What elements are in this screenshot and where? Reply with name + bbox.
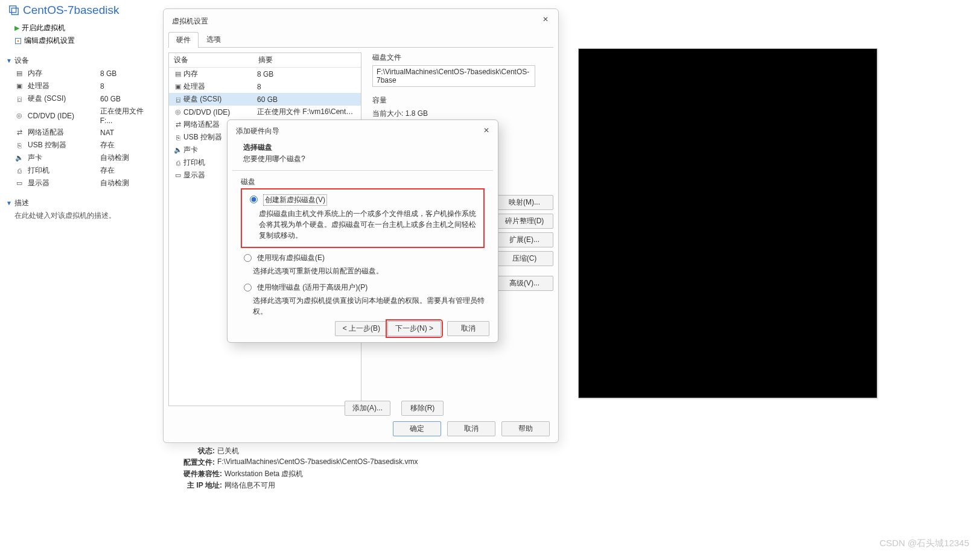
- compat-key: 硬件兼容性:: [175, 469, 222, 479]
- device-value: 8: [100, 82, 104, 91]
- option-existing-disk[interactable]: 使用现有虚拟磁盘(E): [241, 252, 485, 264]
- hardware-row-mem[interactable]: ▤内存8 GB: [169, 68, 361, 80]
- device-row-snd[interactable]: 🔈声卡自动检测: [6, 151, 157, 164]
- col-summary: 摘要: [258, 55, 273, 65]
- net-icon: ⇄: [173, 121, 183, 129]
- svg-point-3: [18, 40, 19, 42]
- device-value: 自动检测: [100, 153, 129, 163]
- hardware-value: 正在使用文件 F:\vm16\CentOS...: [257, 107, 357, 117]
- add-hardware-button[interactable]: 添加(A)...: [345, 401, 390, 416]
- remove-hardware-button[interactable]: 移除(R): [401, 401, 444, 416]
- device-row-prn[interactable]: ⎙打印机存在: [6, 164, 157, 177]
- col-device: 设备: [174, 55, 258, 65]
- device-list: ▤内存8 GB▣处理器8⌼硬盘 (SCSI)60 GB◎CD/DVD (IDE)…: [6, 67, 157, 189]
- device-row-hdd[interactable]: ⌼硬盘 (SCSI)60 GB: [6, 92, 157, 105]
- device-row-mem[interactable]: ▤内存8 GB: [6, 67, 157, 80]
- device-label: 打印机: [28, 165, 100, 176]
- close-button[interactable]: ✕: [479, 124, 494, 137]
- prn-icon: ⎙: [14, 167, 24, 174]
- edit-settings-label: 编辑虚拟机设置: [24, 36, 75, 46]
- device-label: 处理器: [28, 81, 100, 91]
- device-label: 内存: [28, 68, 100, 78]
- device-value: 存在: [100, 165, 115, 176]
- highlight-box: 创建新虚拟磁盘(V) 虚拟磁盘由主机文件系统上的一个或多个文件组成，客户机操作系…: [241, 188, 485, 248]
- disk-group-label: 磁盘: [241, 177, 485, 187]
- device-row-cd[interactable]: ◎CD/DVD (IDE)正在使用文件 F:...: [6, 105, 157, 126]
- cpu-icon: ▣: [173, 83, 183, 91]
- wrench-icon: [14, 37, 22, 45]
- map-button[interactable]: 映射(M)...: [495, 195, 553, 210]
- wizard-title: 添加硬件向导: [236, 127, 279, 135]
- usb-icon: ⎘: [14, 142, 24, 149]
- close-button[interactable]: ✕: [538, 13, 553, 26]
- hardware-value: 8 GB: [257, 70, 357, 78]
- tab-hardware[interactable]: 硬件: [168, 32, 199, 48]
- usb-icon: ⎘: [173, 134, 183, 141]
- device-row-net[interactable]: ⇄网络适配器NAT: [6, 126, 157, 139]
- option-create-new-disk[interactable]: 创建新虚拟磁盘(V): [247, 193, 479, 207]
- disk-file-value[interactable]: F:\VirtualMachines\CentOS-7basedisk\Cent…: [372, 65, 535, 87]
- hdd-icon: ⌼: [173, 96, 183, 103]
- device-label: 声卡: [28, 153, 100, 163]
- mem-icon: ▤: [173, 70, 183, 78]
- option-create-desc: 虚拟磁盘由主机文件系统上的一个或多个文件组成，客户机操作系统会将其视为单个硬盘。…: [247, 207, 479, 246]
- hardware-row-cd[interactable]: ◎CD/DVD (IDE)正在使用文件 F:\vm16\CentOS...: [169, 106, 361, 118]
- vm-status: 状态:已关机 配置文件:F:\VirtualMachines\CentOS-7b…: [175, 445, 418, 491]
- device-row-usb[interactable]: ⎘USB 控制器存在: [6, 139, 157, 151]
- state-value: 已关机: [217, 446, 239, 456]
- edit-settings-action[interactable]: 编辑虚拟机设置: [14, 34, 157, 47]
- radio-existing-disk[interactable]: [244, 254, 252, 262]
- tab-options[interactable]: 选项: [199, 31, 229, 47]
- hdd-icon: ⌼: [14, 95, 24, 103]
- help-button[interactable]: 帮助: [501, 421, 550, 436]
- disp-icon: ▭: [173, 171, 183, 179]
- wizard-heading: 选择磁盘: [243, 142, 482, 153]
- device-row-disp[interactable]: ▭显示器自动检测: [6, 177, 157, 189]
- devices-section-header[interactable]: ▼ 设备: [6, 56, 157, 66]
- hardware-row-hdd[interactable]: ⌼硬盘 (SCSI)60 GB: [169, 93, 361, 106]
- option-physical-disk[interactable]: 使用物理磁盘 (适用于高级用户)(P): [241, 281, 485, 294]
- settings-dialog-title-text: 虚拟机设置: [172, 17, 208, 25]
- radio-physical-disk[interactable]: [244, 284, 252, 291]
- ok-button[interactable]: 确定: [393, 421, 441, 436]
- cpu-icon: ▣: [14, 82, 24, 90]
- device-label: USB 控制器: [28, 140, 100, 150]
- mem-icon: ▤: [14, 69, 24, 77]
- next-button[interactable]: 下一步(N) >: [387, 321, 441, 336]
- option-existing-desc: 选择此选项可重新使用以前配置的磁盘。: [241, 264, 485, 281]
- cancel-button[interactable]: 取消: [447, 421, 495, 436]
- device-label: CD/DVD (IDE): [28, 112, 100, 120]
- defrag-button[interactable]: 碎片整理(D): [495, 214, 553, 229]
- disp-icon: ▭: [14, 179, 24, 187]
- hardware-label: 硬盘 (SCSI): [183, 94, 257, 104]
- hardware-value: 8: [257, 83, 357, 91]
- caret-down-icon: ▼: [6, 200, 12, 206]
- advanced-button[interactable]: 高级(V)...: [495, 276, 553, 291]
- expand-button[interactable]: 扩展(E)...: [495, 232, 553, 247]
- hardware-value: 60 GB: [257, 95, 357, 104]
- device-value: 存在: [100, 140, 115, 150]
- snd-icon: 🔈: [173, 146, 183, 154]
- radio-create-new-disk[interactable]: [250, 196, 258, 203]
- power-on-label: 开启此虚拟机: [22, 23, 65, 33]
- device-value: NAT: [100, 129, 114, 137]
- vm-icon: [8, 5, 19, 16]
- option-create-label: 创建新虚拟磁盘(V): [263, 194, 327, 206]
- state-key: 状态:: [175, 446, 215, 456]
- add-hardware-wizard: 添加硬件向导 ✕ 选择磁盘 您要使用哪个磁盘? 磁盘 创建新虚拟磁盘(V) 虚拟…: [227, 119, 498, 343]
- power-on-action[interactable]: ▶ 开启此虚拟机: [14, 22, 157, 34]
- cd-icon: ◎: [173, 108, 183, 116]
- compact-button[interactable]: 压缩(C): [495, 251, 553, 266]
- hardware-list-header: 设备 摘要: [169, 53, 361, 68]
- hardware-label: 处理器: [183, 81, 257, 92]
- config-value: F:\VirtualMachines\CentOS-7basedisk\Cent…: [217, 457, 418, 468]
- hardware-row-cpu[interactable]: ▣处理器8: [169, 80, 361, 93]
- snd-icon: 🔈: [14, 154, 24, 162]
- ip-key: 主 IP 地址:: [175, 480, 222, 491]
- device-row-cpu[interactable]: ▣处理器8: [6, 80, 157, 92]
- cancel-button[interactable]: 取消: [447, 321, 489, 336]
- description-section-header[interactable]: ▼ 描述: [6, 198, 157, 208]
- caret-down-icon: ▼: [6, 57, 12, 64]
- back-button[interactable]: < 上一步(B): [335, 321, 387, 336]
- description-hint[interactable]: 在此处键入对该虚拟机的描述。: [6, 211, 157, 221]
